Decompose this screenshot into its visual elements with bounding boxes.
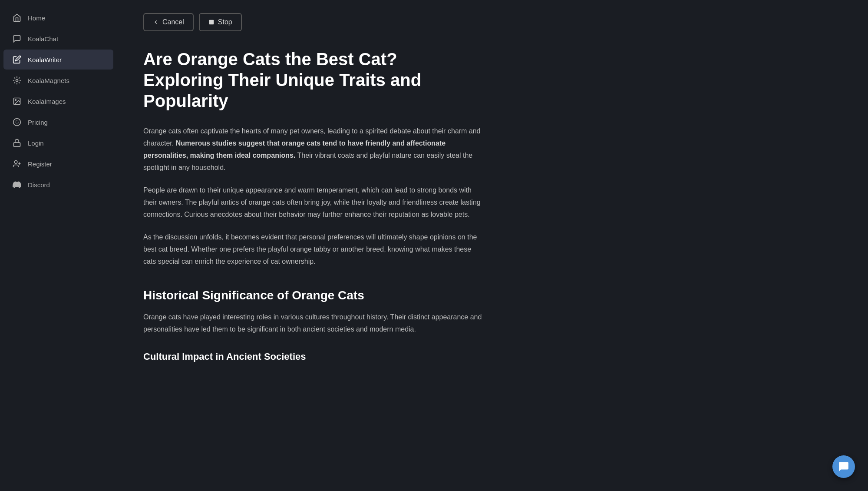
sidebar-item-home[interactable]: Home [3,8,113,28]
sidebar: Home KoalaChat KoalaWriter KoalaMagnets [0,0,117,491]
chat-icon [12,34,22,43]
sidebar-item-label: Login [28,139,44,147]
article-paragraph-3: As the discussion unfolds, it becomes ev… [143,231,482,268]
chevron-left-icon [153,19,159,25]
svg-rect-9 [209,20,214,25]
cancel-button[interactable]: Cancel [143,13,194,31]
svg-point-6 [14,161,17,164]
stop-icon [208,19,215,25]
sidebar-item-label: KoalaMagnets [28,77,69,84]
sidebar-item-label: KoalaImages [28,98,66,105]
chat-bubble-icon [838,461,849,472]
sidebar-item-label: Register [28,160,52,168]
svg-point-0 [16,80,18,82]
sidebar-item-label: KoalaWriter [28,56,62,63]
article-paragraph-1: Orange cats often captivate the hearts o… [143,125,482,174]
login-icon [12,138,22,148]
subsection-1-title: Cultural Impact in Ancient Societies [143,351,482,362]
stop-label: Stop [218,18,232,26]
home-icon [12,13,22,23]
pricing-icon [12,117,22,127]
images-icon [12,96,22,106]
writer-icon [12,55,22,64]
section-1-title: Historical Significance of Orange Cats [143,289,482,302]
sidebar-item-discord[interactable]: Discord [3,175,113,195]
section-1-paragraph: Orange cats have played interesting role… [143,311,482,335]
chat-bubble-button[interactable] [832,455,855,478]
register-icon [12,159,22,169]
toolbar: Cancel Stop [143,13,482,31]
magnets-icon [12,76,22,85]
sidebar-item-label: Discord [28,181,50,189]
cancel-label: Cancel [162,18,184,26]
article-paragraph-2: People are drawn to their unique appeara… [143,184,482,221]
svg-rect-5 [14,143,20,146]
sidebar-item-koalawriter[interactable]: KoalaWriter [3,50,113,70]
article-title: Are Orange Cats the Best Cat? Exploring … [143,49,482,111]
sidebar-item-label: Home [28,14,45,22]
main-content: Cancel Stop Are Orange Cats the Best Cat… [117,0,508,491]
sidebar-item-label: KoalaChat [28,35,58,43]
article: Are Orange Cats the Best Cat? Exploring … [143,49,482,362]
sidebar-item-pricing[interactable]: Pricing [3,112,113,132]
stop-button[interactable]: Stop [199,13,242,31]
sidebar-item-label: Pricing [28,119,48,126]
svg-point-2 [15,100,17,101]
sidebar-item-login[interactable]: Login [3,133,113,153]
sidebar-item-koalachat[interactable]: KoalaChat [3,29,113,49]
sidebar-item-koalamagnets[interactable]: KoalaMagnets [3,70,113,90]
sidebar-item-register[interactable]: Register [3,154,113,174]
sidebar-item-koalaimages[interactable]: KoalaImages [3,91,113,111]
discord-icon [12,180,22,189]
